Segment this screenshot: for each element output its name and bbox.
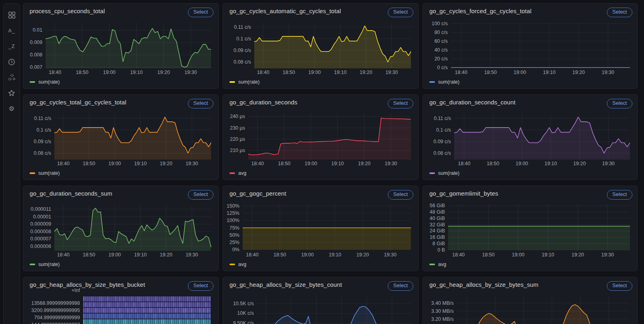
legend: sum(rate) [429, 170, 459, 176]
panel-header: go_gc_gomemlimit_bytes Select [429, 190, 632, 200]
svg-text:0.000006: 0.000006 [30, 244, 51, 249]
svg-text:18:40: 18:40 [455, 70, 467, 75]
select-button[interactable]: Select [188, 99, 213, 108]
svg-text:230 µs: 230 µs [230, 125, 245, 131]
svg-text:19:00: 19:00 [103, 70, 116, 75]
svg-text:18:40: 18:40 [452, 252, 465, 258]
legend: sum(rate) [429, 79, 459, 85]
left-toolbar: A__Z⚙ [3, 3, 20, 324]
sidebar-star-icon[interactable] [6, 88, 17, 98]
legend-swatch [229, 264, 235, 265]
legend-label: avg [238, 262, 246, 267]
svg-text:10K c/s: 10K c/s [237, 310, 254, 316]
legend: avg [229, 170, 246, 176]
select-button[interactable]: Select [388, 190, 413, 200]
svg-text:19:20: 19:20 [158, 70, 170, 75]
metric-panel: go_gc_heap_allocs_by_size_bytes_count Se… [223, 277, 419, 324]
select-button[interactable]: Select [388, 281, 413, 291]
metric-panel: go_gc_heap_allocs_by_size_bytes_bucket S… [23, 277, 219, 324]
panel-title: go_gc_gogc_percent [229, 190, 286, 197]
svg-text:144.99999999999997: 144.99999999999997 [31, 322, 80, 324]
legend-swatch [30, 264, 35, 265]
svg-text:3.30 MB/s: 3.30 MB/s [431, 308, 454, 314]
svg-text:0.000007: 0.000007 [30, 236, 51, 242]
svg-text:10.5K c/s: 10.5K c/s [233, 301, 254, 306]
svg-text:19:00: 19:00 [512, 252, 524, 258]
select-button[interactable]: Select [388, 99, 413, 108]
panel-header: go_gc_duration_seconds_sum Select [30, 190, 213, 200]
svg-text:60 c/s: 60 c/s [435, 38, 448, 44]
panel-title: go_gc_cycles_automatic_gc_cycles_total [229, 8, 341, 14]
panel-header: go_gc_heap_allocs_by_size_bytes_bucket S… [30, 281, 213, 291]
panel-header: go_gc_cycles_automatic_gc_cycles_total S… [229, 8, 413, 17]
svg-text:18:40: 18:40 [458, 161, 470, 166]
panel-header: go_gc_cycles_forced_gc_cycles_total Sele… [429, 8, 632, 17]
select-button[interactable]: Select [188, 8, 213, 17]
sidebar-clock-icon[interactable] [6, 57, 17, 67]
svg-text:19:20: 19:20 [360, 70, 372, 75]
panel-header: process_cpu_seconds_total Select [30, 8, 213, 17]
legend: avg [229, 262, 246, 267]
svg-text:20 c/s: 20 c/s [435, 56, 448, 62]
metric-panel: go_gc_duration_seconds_count Select 0.11… [423, 94, 638, 180]
select-button[interactable]: Select [607, 99, 632, 108]
panel-header: go_gc_duration_seconds_count Select [429, 99, 632, 108]
sidebar-cluster-icon[interactable] [6, 72, 17, 82]
svg-text:3200.9999999999995: 3200.9999999999995 [31, 308, 80, 313]
svg-text:19:10: 19:10 [542, 252, 554, 258]
svg-text:3.20 MB/s: 3.20 MB/s [431, 316, 454, 322]
sidebar-sort-prefix-icon[interactable]: A_ [6, 26, 17, 36]
svg-text:48 GiB: 48 GiB [430, 209, 445, 215]
svg-text:150%: 150% [227, 203, 239, 209]
panel-title: go_gc_gomemlimit_bytes [429, 190, 498, 197]
select-button[interactable]: Select [607, 281, 632, 291]
svg-text:3.40 MB/s: 3.40 MB/s [431, 300, 454, 306]
svg-text:0.11 c/s: 0.11 c/s [34, 116, 51, 121]
svg-text:18:50: 18:50 [487, 161, 499, 166]
svg-text:18:50: 18:50 [83, 161, 95, 166]
legend-swatch [429, 264, 435, 265]
svg-text:19:10: 19:10 [544, 161, 557, 166]
svg-text:19:20: 19:20 [573, 161, 586, 166]
svg-text:19:10: 19:10 [130, 70, 143, 75]
svg-text:19:00: 19:00 [305, 161, 317, 166]
metric-panel: go_gc_duration_seconds_sum Select 0.0000… [23, 186, 219, 271]
select-button[interactable]: Select [188, 281, 213, 291]
legend: sum(rate) [30, 79, 60, 85]
select-button[interactable]: Select [188, 190, 213, 200]
svg-text:19:00: 19:00 [516, 161, 528, 166]
panel-title: go_gc_cycles_forced_gc_cycles_total [429, 8, 531, 14]
legend-label: sum(rate) [38, 170, 60, 176]
svg-text:19:10: 19:10 [329, 252, 341, 258]
metric-panel: go_gc_cycles_total_gc_cycles_total Selec… [23, 94, 219, 180]
select-button[interactable]: Select [388, 8, 413, 17]
svg-text:19:30: 19:30 [602, 70, 614, 75]
svg-text:19:20: 19:20 [572, 70, 585, 75]
svg-text:18:50: 18:50 [482, 252, 494, 258]
legend-swatch [229, 81, 235, 83]
svg-text:19:00: 19:00 [108, 252, 121, 258]
svg-text:18:40: 18:40 [251, 161, 264, 166]
svg-text:19:20: 19:20 [160, 161, 172, 166]
svg-text:0.01: 0.01 [33, 27, 42, 33]
svg-text:19:00: 19:00 [108, 161, 121, 166]
select-button[interactable]: Select [607, 190, 632, 200]
svg-text:18:50: 18:50 [76, 70, 88, 75]
panel-title: go_gc_cycles_total_gc_cycles_total [30, 99, 126, 106]
svg-text:210 µs: 210 µs [230, 148, 245, 153]
sidebar-sort-suffix-icon[interactable]: _Z [6, 41, 17, 51]
sidebar-apps-grid-icon[interactable] [6, 10, 17, 20]
panel-header: go_gc_gogc_percent Select [229, 190, 413, 200]
svg-text:0.09 c/s: 0.09 c/s [433, 139, 451, 144]
legend-label: sum(rate) [438, 79, 459, 85]
svg-text:100 c/s: 100 c/s [432, 21, 448, 26]
svg-text:19:20: 19:20 [160, 252, 172, 258]
svg-text:19:30: 19:30 [385, 70, 398, 75]
svg-text:0.09 c/s: 0.09 c/s [233, 48, 251, 53]
svg-text:80 c/s: 80 c/s [435, 30, 448, 35]
panel-title: go_gc_heap_allocs_by_size_bytes_bucket [30, 281, 145, 288]
select-button[interactable]: Select [607, 8, 632, 17]
svg-text:75%: 75% [229, 225, 239, 231]
sidebar-gear-icon[interactable]: ⚙ [6, 104, 17, 114]
legend: sum(rate) [30, 170, 60, 176]
